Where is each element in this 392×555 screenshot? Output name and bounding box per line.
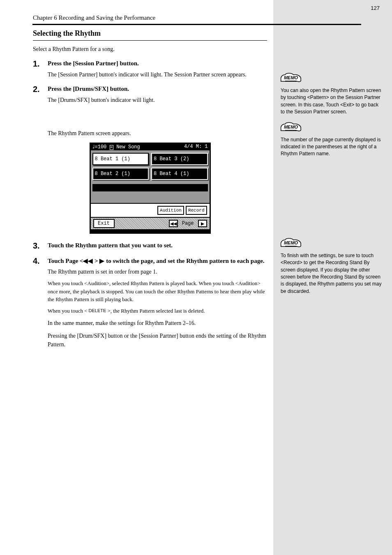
page-label: Page xyxy=(180,221,196,226)
intro-text: Select a Rhythm Pattern for a song. xyxy=(33,45,267,53)
page-prev-icon: ◀◀ xyxy=(83,257,93,264)
step-1-body: The [Session Partner] button's indicator… xyxy=(48,70,267,79)
step-4-label: Touch Page <◀◀ > ▶ to switch the page, a… xyxy=(48,256,267,266)
lcd-header: ♩=100 ≡ New Song 4/4 M: 1 xyxy=(90,143,210,150)
step-4-body1: The Rhythm pattern is set in order from … xyxy=(48,267,267,276)
step-4-body3: In the same manner, make the settings fo… xyxy=(48,319,267,327)
lcd-strip xyxy=(92,184,208,191)
memo-icon: MEMO xyxy=(279,72,302,85)
page-number: 127 xyxy=(371,5,380,11)
step-4-audition-note: When you touch <Audition>, selected Rhyt… xyxy=(48,279,267,304)
memo-note-3: To finish with the settings, be sure to … xyxy=(273,252,392,295)
step-number: 1. xyxy=(33,59,48,69)
step-number: 2. xyxy=(33,85,48,94)
step-number: 3. xyxy=(33,241,48,251)
svg-text:MEMO: MEMO xyxy=(284,240,298,245)
page-prev-icon[interactable]: ◀◀ xyxy=(169,220,178,227)
record-button[interactable]: Record xyxy=(186,206,207,215)
step-2-body: The [Drums/SFX] button's indicator will … xyxy=(48,96,267,104)
svg-text:MEMO: MEMO xyxy=(284,124,298,129)
memo-icon: MEMO xyxy=(279,122,302,134)
step-2-tail: The Rhythm Pattern screen appears. xyxy=(48,129,267,138)
exit-button[interactable]: Exit xyxy=(93,219,115,228)
delete-button-ref: DELETE xyxy=(88,307,108,314)
page-next-icon[interactable]: ▶ xyxy=(198,220,207,227)
step-2-label: Press the [Drums/SFX] button. xyxy=(48,85,267,94)
svg-text:MEMO: MEMO xyxy=(284,75,298,80)
memo-note-1: You can also open the Rhythm Pattern scr… xyxy=(273,87,392,116)
step-4-body4: Pressing the [Drum/SFX] button or the [S… xyxy=(48,332,267,349)
pattern-8beat1[interactable]: 8 Beat 1 (1) xyxy=(92,153,149,165)
rule-thick xyxy=(32,24,361,25)
audition-button[interactable]: Audition xyxy=(157,206,184,215)
step-number: 4. xyxy=(33,256,48,266)
pattern-8beat2[interactable]: 8 Beat 2 (1) xyxy=(92,168,149,180)
page-next-icon: ▶ xyxy=(99,257,104,264)
memo-icon: MEMO xyxy=(279,237,302,250)
step-3-label: Touch the Rhythm pattern that you want t… xyxy=(48,241,267,251)
memo-note-2: The number of the page currently display… xyxy=(273,136,392,158)
rule-thin xyxy=(33,40,267,41)
step-4-delete-note: When you touch <DELETE>, the Rhythm Patt… xyxy=(48,307,267,315)
rhythm-pattern-screen: ♩=100 ≡ New Song 4/4 M: 1 8 Beat 1 (1) 8… xyxy=(90,143,211,234)
running-head: Chapter 6 Recording and Saving the Perfo… xyxy=(33,14,267,21)
step-1-label: Press the [Session Partner] button. xyxy=(48,59,267,69)
section-heading: Selecting the Rhythm xyxy=(33,29,267,38)
pattern-8beat3[interactable]: 8 Beat 3 (2) xyxy=(151,153,208,165)
pattern-8beat4[interactable]: 8 Beat 4 (1) xyxy=(151,168,208,180)
